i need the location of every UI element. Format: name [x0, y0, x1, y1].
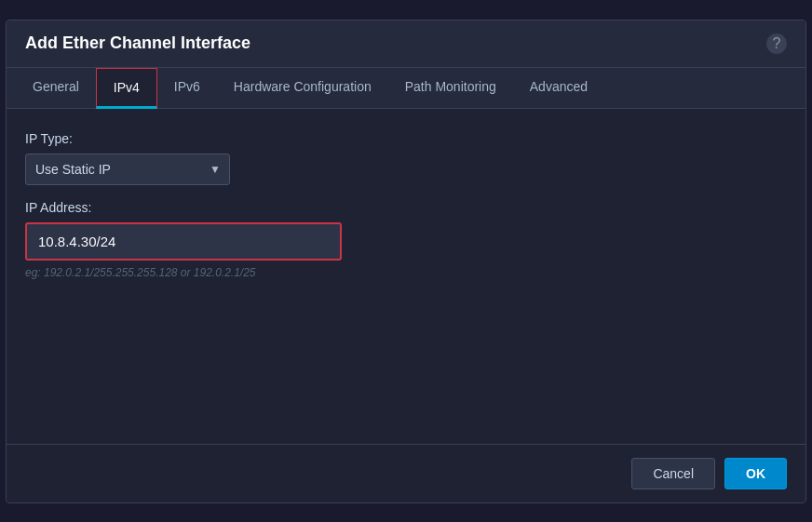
- ip-address-group: IP Address: eg: 192.0.2.1/255.255.255.12…: [25, 200, 787, 279]
- ip-address-label: IP Address:: [25, 200, 787, 215]
- content-area: IP Type: Use Static IP Use DHCP Use PPPo…: [7, 109, 805, 444]
- tab-general[interactable]: General: [16, 68, 96, 108]
- ip-type-select-wrapper: Use Static IP Use DHCP Use PPPoE ▼: [25, 154, 230, 185]
- help-icon[interactable]: ?: [766, 33, 787, 54]
- ok-button[interactable]: OK: [724, 458, 787, 489]
- dialog-footer: Cancel OK: [7, 444, 805, 502]
- dialog-title: Add Ether Channel Interface: [25, 33, 250, 53]
- tab-path-monitoring[interactable]: Path Monitoring: [388, 68, 513, 108]
- ip-type-select[interactable]: Use Static IP Use DHCP Use PPPoE: [25, 154, 230, 185]
- ip-type-label: IP Type:: [25, 131, 787, 146]
- dialog-header: Add Ether Channel Interface ?: [7, 20, 805, 68]
- dialog: Add Ether Channel Interface ? General IP…: [6, 20, 806, 503]
- ip-address-input[interactable]: [25, 222, 342, 261]
- ip-type-group: IP Type: Use Static IP Use DHCP Use PPPo…: [25, 131, 787, 185]
- cancel-button[interactable]: Cancel: [631, 458, 715, 489]
- tab-ipv6[interactable]: IPv6: [157, 68, 217, 108]
- tab-bar: General IPv4 IPv6 Hardware Configuration…: [7, 68, 805, 109]
- tab-ipv4[interactable]: IPv4: [96, 68, 157, 109]
- tab-hardware-configuration[interactable]: Hardware Configuration: [217, 68, 388, 108]
- tab-advanced[interactable]: Advanced: [513, 68, 604, 108]
- ip-address-hint: eg: 192.0.2.1/255.255.255.128 or 192.0.2…: [25, 266, 787, 279]
